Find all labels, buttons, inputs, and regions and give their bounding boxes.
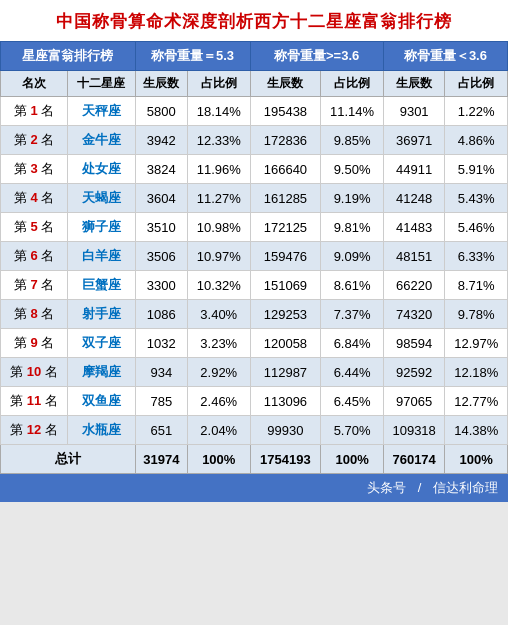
ratio1-cell: 2.04%	[188, 416, 251, 445]
ratio3-cell: 12.18%	[445, 358, 508, 387]
star-name-cell: 摩羯座	[68, 358, 135, 387]
star-name-cell: 狮子座	[68, 213, 135, 242]
main-table: 星座富翁排行榜 称骨重量＝5.3 称骨重量>=3.6 称骨重量＜3.6 名次 十…	[0, 41, 508, 474]
table-body: 第 1 名天秤座580018.14%19543811.14%93011.22%第…	[1, 97, 508, 445]
table-row: 第 7 名巨蟹座330010.32%1510698.61%662208.71%	[1, 271, 508, 300]
table-row: 第 4 名天蝎座360411.27%1612859.19%412485.43%	[1, 184, 508, 213]
total-r3: 100%	[445, 445, 508, 474]
birth2-cell: 161285	[250, 184, 321, 213]
ratio3-cell: 12.77%	[445, 387, 508, 416]
ratio3-cell: 8.71%	[445, 271, 508, 300]
ratio2-cell: 11.14%	[321, 97, 384, 126]
star-name-cell: 水瓶座	[68, 416, 135, 445]
table-row: 第 12 名水瓶座6512.04%999305.70%10931814.38%	[1, 416, 508, 445]
col-ratio3: 占比例	[445, 71, 508, 97]
table-row: 第 6 名白羊座350610.97%1594769.09%481516.33%	[1, 242, 508, 271]
page-title: 中国称骨算命术深度剖析西方十二星座富翁排行榜	[0, 0, 508, 41]
rank-suffix: 名	[41, 248, 54, 263]
rank-number: 4	[30, 190, 37, 205]
birth2-cell: 159476	[250, 242, 321, 271]
rank-prefix: 第	[14, 103, 27, 118]
ratio2-cell: 7.37%	[321, 300, 384, 329]
star-name-cell: 金牛座	[68, 126, 135, 155]
birth1-cell: 1086	[135, 300, 187, 329]
rank-number: 10	[27, 364, 41, 379]
ratio3-cell: 5.46%	[445, 213, 508, 242]
rank-cell: 第 4 名	[1, 184, 68, 213]
ratio2-cell: 9.09%	[321, 242, 384, 271]
birth2-cell: 120058	[250, 329, 321, 358]
col-birth1: 生辰数	[135, 71, 187, 97]
ratio1-cell: 10.97%	[188, 242, 251, 271]
rank-cell: 第 3 名	[1, 155, 68, 184]
ratio1-cell: 10.98%	[188, 213, 251, 242]
ratio1-cell: 12.33%	[188, 126, 251, 155]
col-star: 十二星座	[68, 71, 135, 97]
rank-cell: 第 7 名	[1, 271, 68, 300]
table-row: 第 2 名金牛座394212.33%1728369.85%369714.86%	[1, 126, 508, 155]
total-row: 总计 31974 100% 1754193 100% 760174 100%	[1, 445, 508, 474]
ratio3-cell: 12.97%	[445, 329, 508, 358]
total-b2: 1754193	[250, 445, 321, 474]
total-label: 总计	[1, 445, 136, 474]
rank-prefix: 第	[14, 219, 27, 234]
rank-suffix: 名	[41, 161, 54, 176]
ratio1-cell: 10.32%	[188, 271, 251, 300]
rank-number: 3	[30, 161, 37, 176]
rank-cell: 第 8 名	[1, 300, 68, 329]
star-name-cell: 天秤座	[68, 97, 135, 126]
birth1-cell: 934	[135, 358, 187, 387]
col-birth2: 生辰数	[250, 71, 321, 97]
col-ratio1: 占比例	[188, 71, 251, 97]
rank-number: 11	[27, 393, 41, 408]
birth2-cell: 112987	[250, 358, 321, 387]
ratio2-cell: 9.85%	[321, 126, 384, 155]
ratio3-cell: 5.43%	[445, 184, 508, 213]
rank-number: 7	[30, 277, 37, 292]
rank-cell: 第 5 名	[1, 213, 68, 242]
rank-prefix: 第	[14, 190, 27, 205]
birth3-cell: 66220	[383, 271, 445, 300]
birth1-cell: 3300	[135, 271, 187, 300]
birth3-cell: 98594	[383, 329, 445, 358]
birth1-cell: 5800	[135, 97, 187, 126]
ratio3-cell: 5.91%	[445, 155, 508, 184]
ratio1-cell: 11.96%	[188, 155, 251, 184]
birth2-cell: 151069	[250, 271, 321, 300]
star-name-cell: 白羊座	[68, 242, 135, 271]
star-name-cell: 双子座	[68, 329, 135, 358]
star-name-cell: 处女座	[68, 155, 135, 184]
rank-number: 1	[30, 103, 37, 118]
birth3-cell: 44911	[383, 155, 445, 184]
birth2-cell: 99930	[250, 416, 321, 445]
rank-prefix: 第	[14, 132, 27, 147]
birth3-cell: 41248	[383, 184, 445, 213]
rank-cell: 第 10 名	[1, 358, 68, 387]
rank-cell: 第 9 名	[1, 329, 68, 358]
birth1-cell: 651	[135, 416, 187, 445]
birth2-cell: 172836	[250, 126, 321, 155]
ratio2-cell: 6.45%	[321, 387, 384, 416]
ratio2-cell: 9.81%	[321, 213, 384, 242]
rank-suffix: 名	[45, 364, 58, 379]
birth3-cell: 41483	[383, 213, 445, 242]
total-r1: 100%	[188, 445, 251, 474]
rank-number: 2	[30, 132, 37, 147]
ratio3-cell: 1.22%	[445, 97, 508, 126]
page-wrapper: 中国称骨算命术深度剖析西方十二星座富翁排行榜 星座富翁排行榜 称骨重量＝5.3 …	[0, 0, 508, 502]
rank-suffix: 名	[41, 132, 54, 147]
birth3-cell: 109318	[383, 416, 445, 445]
birth1-cell: 3510	[135, 213, 187, 242]
ratio2-cell: 9.50%	[321, 155, 384, 184]
footer-bar: 头条号 / 信达利命理	[0, 474, 508, 502]
birth3-cell: 92592	[383, 358, 445, 387]
star-name-cell: 巨蟹座	[68, 271, 135, 300]
rank-suffix: 名	[45, 393, 58, 408]
rank-number: 12	[27, 422, 41, 437]
ratio2-cell: 8.61%	[321, 271, 384, 300]
total-b3: 760174	[383, 445, 445, 474]
rank-prefix: 第	[10, 422, 23, 437]
table-row: 第 8 名射手座10863.40%1292537.37%743209.78%	[1, 300, 508, 329]
rank-number: 6	[30, 248, 37, 263]
ratio2-cell: 9.19%	[321, 184, 384, 213]
